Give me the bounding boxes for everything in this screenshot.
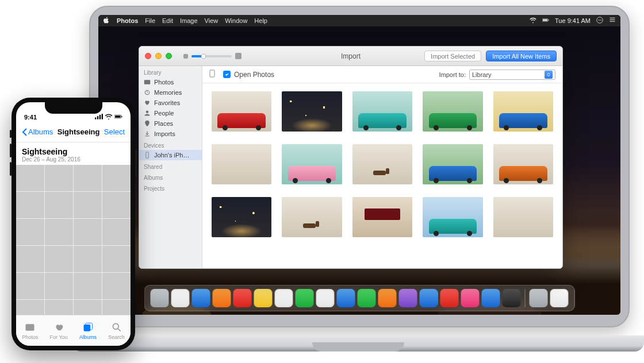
menubar-clock[interactable]: Tue 9:41 AM bbox=[555, 17, 591, 24]
notification-center-icon[interactable] bbox=[609, 17, 616, 25]
dock-appstore-icon[interactable] bbox=[420, 289, 438, 307]
wifi-icon[interactable] bbox=[530, 17, 536, 25]
dock-app-icon[interactable] bbox=[482, 289, 500, 307]
import-all-button[interactable]: Import All New Items bbox=[486, 51, 557, 61]
photo-thumbnail[interactable] bbox=[352, 91, 412, 132]
dock-mail-icon[interactable] bbox=[192, 289, 210, 307]
thumbnail-zoom-slider[interactable] bbox=[183, 53, 241, 59]
photo-thumbnail[interactable] bbox=[282, 144, 342, 184]
mute-switch bbox=[10, 130, 12, 138]
photo-thumbnail[interactable] bbox=[282, 197, 342, 237]
photo-thumbnail[interactable] bbox=[423, 197, 482, 237]
photo-thumbnail[interactable] bbox=[102, 273, 131, 299]
photo-thumbnail[interactable] bbox=[74, 219, 102, 245]
photo-thumbnail[interactable] bbox=[74, 246, 102, 272]
photo-thumbnail[interactable] bbox=[102, 300, 131, 315]
photo-thumbnail[interactable] bbox=[282, 91, 342, 132]
photo-thumbnail[interactable] bbox=[102, 246, 131, 272]
import-selected-button[interactable]: Import Selected bbox=[424, 51, 481, 61]
photo-thumbnail[interactable] bbox=[45, 219, 73, 245]
apple-menu-icon[interactable] bbox=[103, 17, 110, 25]
sidebar-item-memories[interactable]: Memories bbox=[139, 87, 202, 98]
sidebar-section-albums: Albums bbox=[139, 171, 202, 182]
dock-messages-icon[interactable] bbox=[337, 289, 355, 307]
photo-thumbnail[interactable] bbox=[493, 197, 553, 237]
menu-file[interactable]: File bbox=[145, 17, 155, 24]
photo-thumbnail[interactable] bbox=[16, 165, 44, 191]
dock-contacts-icon[interactable] bbox=[213, 289, 231, 307]
tab-search[interactable]: Search bbox=[108, 322, 125, 340]
photo-thumbnail[interactable] bbox=[212, 144, 271, 184]
dock-facetime-icon[interactable] bbox=[358, 289, 376, 307]
photo-thumbnail[interactable] bbox=[74, 192, 102, 218]
window-titlebar[interactable]: Import Import Selected Import All New It… bbox=[139, 47, 562, 66]
dock-trash-icon[interactable] bbox=[550, 289, 569, 307]
photo-thumbnail[interactable] bbox=[45, 273, 73, 299]
dock-maps-icon[interactable] bbox=[296, 289, 314, 307]
dock-news-icon[interactable] bbox=[440, 289, 459, 307]
photo-thumbnail[interactable] bbox=[16, 300, 44, 315]
photo-thumbnail[interactable] bbox=[423, 144, 482, 184]
photo-thumbnail[interactable] bbox=[16, 273, 44, 299]
dock-photos-icon[interactable] bbox=[316, 289, 335, 307]
dock-finder-icon[interactable] bbox=[151, 289, 169, 307]
dock-downloads-icon[interactable] bbox=[530, 289, 548, 307]
menubar-app-name[interactable]: Photos bbox=[117, 17, 138, 24]
sidebar-item-device-iphone[interactable]: John's iPh… bbox=[139, 150, 202, 160]
menu-view[interactable]: View bbox=[205, 17, 218, 24]
photo-thumbnail[interactable] bbox=[493, 144, 553, 184]
photo-thumbnail[interactable] bbox=[102, 165, 131, 191]
dock-notes-icon[interactable] bbox=[254, 289, 273, 307]
menu-image[interactable]: Image bbox=[180, 17, 198, 24]
sidebar-item-photos[interactable]: Photos bbox=[139, 77, 202, 87]
traffic-lights bbox=[145, 53, 172, 59]
photo-thumbnail[interactable] bbox=[45, 300, 73, 315]
photo-thumbnail[interactable] bbox=[74, 300, 102, 315]
zoom-button[interactable] bbox=[166, 53, 172, 59]
photo-thumbnail[interactable] bbox=[16, 246, 44, 272]
tab-albums[interactable]: Albums bbox=[79, 322, 97, 340]
photo-thumbnail[interactable] bbox=[16, 192, 44, 218]
photo-thumbnail[interactable] bbox=[45, 192, 73, 218]
dock-safari-icon[interactable] bbox=[171, 289, 190, 307]
menu-edit[interactable]: Edit bbox=[162, 17, 173, 24]
photo-thumbnail[interactable] bbox=[45, 165, 73, 191]
close-button[interactable] bbox=[145, 53, 151, 59]
dock-ibooks-icon[interactable] bbox=[378, 289, 397, 307]
battery-icon[interactable] bbox=[542, 17, 549, 25]
photo-thumbnail[interactable] bbox=[423, 91, 482, 132]
photo-thumbnail[interactable] bbox=[102, 192, 131, 218]
dock-music-icon[interactable] bbox=[461, 289, 480, 307]
dock-calendar-icon[interactable] bbox=[233, 289, 252, 307]
photo-thumbnail[interactable] bbox=[212, 91, 271, 132]
photo-thumbnail[interactable] bbox=[102, 219, 131, 245]
import-to-select[interactable]: Library bbox=[469, 69, 555, 80]
dock-itunes-icon[interactable] bbox=[399, 289, 417, 307]
photo-thumbnail[interactable] bbox=[74, 273, 102, 299]
select-button[interactable]: Select bbox=[104, 128, 125, 136]
photo-thumbnail[interactable] bbox=[45, 246, 73, 272]
minimize-button[interactable] bbox=[155, 53, 162, 59]
photo-thumbnail[interactable] bbox=[352, 197, 412, 237]
photo-thumbnail[interactable] bbox=[74, 165, 102, 191]
back-button[interactable]: Albums bbox=[22, 128, 53, 136]
siri-icon[interactable] bbox=[596, 17, 603, 25]
photo-thumbnail[interactable] bbox=[16, 219, 44, 245]
photo-grid[interactable] bbox=[16, 165, 131, 315]
tab-for-you[interactable]: For You bbox=[50, 322, 68, 340]
photo-thumbnail[interactable] bbox=[212, 197, 271, 237]
tab-photos[interactable]: Photos bbox=[22, 322, 38, 340]
dock-reminders-icon[interactable] bbox=[275, 289, 293, 307]
photo-thumbnail[interactable] bbox=[493, 91, 553, 132]
menu-help[interactable]: Help bbox=[254, 17, 267, 24]
open-photos-checkbox[interactable] bbox=[223, 71, 231, 78]
sidebar-item-places[interactable]: Places bbox=[139, 118, 202, 129]
sidebar-item-imports[interactable]: Imports bbox=[139, 129, 202, 139]
dock-settings-icon[interactable] bbox=[503, 289, 521, 307]
macbook-display: Photos File Edit Image View Window Help … bbox=[98, 15, 620, 315]
menu-window[interactable]: Window bbox=[225, 17, 247, 24]
sidebar-item-people[interactable]: People bbox=[139, 108, 202, 118]
sidebar-item-favorites[interactable]: Favorites bbox=[139, 98, 202, 108]
photo-thumbnail[interactable] bbox=[352, 144, 412, 184]
sidebar-item-label: Imports bbox=[154, 130, 175, 137]
